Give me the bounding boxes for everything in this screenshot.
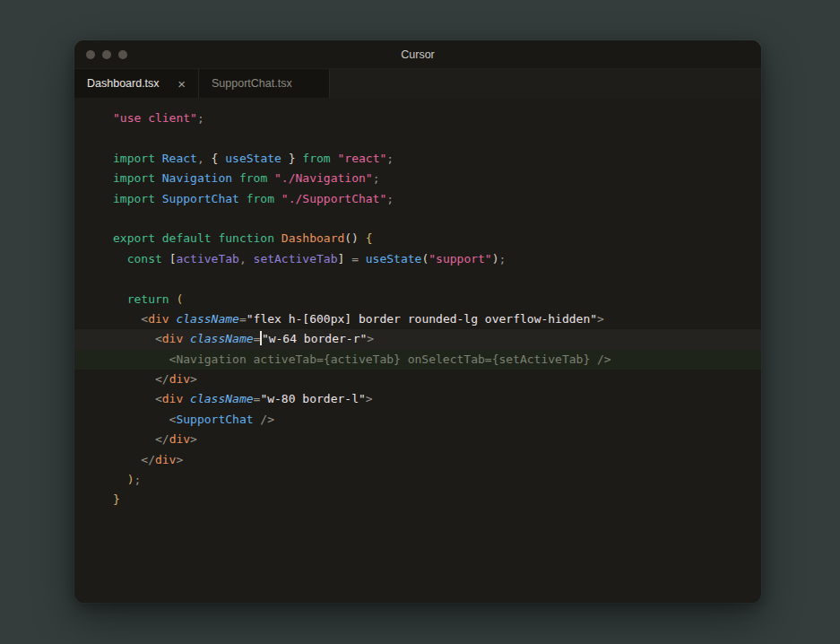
code-token-var: activeTab (176, 252, 238, 265)
code-line[interactable]: ); (74, 470, 761, 490)
code-token-jstr: "flex h-[600px] border rounded-lg overfl… (247, 312, 597, 326)
code-token-punc: </ (113, 432, 169, 446)
code-token-punc (183, 392, 190, 405)
close-tab-icon[interactable]: × (178, 77, 186, 91)
code-token-kw: import (113, 192, 162, 205)
code-token-punc: = (254, 332, 261, 345)
code-token-punc: </ (113, 453, 155, 466)
code-token-punc: < (113, 332, 162, 345)
app-window: Cursor Dashboard.tsx × SupportChat.tsx "… (74, 40, 761, 603)
code-token-punc: </ (113, 372, 169, 386)
code-token-punc: ; (499, 252, 507, 265)
code-token-punc: , (239, 252, 254, 265)
code-token-punc: < (113, 312, 148, 326)
code-line[interactable]: } (74, 490, 761, 509)
code-token-tag: div (155, 453, 176, 466)
code-token-kw: const (113, 252, 169, 265)
code-line[interactable]: </div> (74, 370, 761, 389)
code-line[interactable]: <div className="flex h-[600px] border ro… (74, 309, 761, 329)
code-token-jstr: "w-64 border-r" (262, 332, 367, 345)
code-token-tag: div (162, 332, 183, 345)
code-token-punc: > (176, 453, 183, 466)
code-token-tag: div (169, 432, 190, 446)
code-line[interactable] (74, 128, 761, 148)
code-token-jstr: "w-80 border-l" (260, 392, 365, 405)
code-token-id: SupportChat (162, 192, 239, 205)
code-token-kw: from (302, 152, 337, 165)
minimize-button[interactable] (102, 50, 111, 59)
code-line[interactable]: "use client"; (74, 109, 761, 128)
code-token-kw: from (239, 192, 281, 205)
code-token-attr: className (190, 332, 253, 345)
code-line[interactable]: <SupportChat /> (74, 410, 761, 430)
code-token-wht: ) (492, 252, 499, 265)
code-token-punc: > (367, 332, 374, 345)
code-token-wht: } (281, 152, 302, 165)
code-token-punc: ; (386, 152, 394, 165)
code-token-str: "support" (429, 252, 491, 265)
code-token-punc: ; (134, 473, 141, 486)
code-token-wht: { (212, 152, 226, 165)
code-line[interactable]: <div className="w-80 border-l"> (74, 389, 761, 409)
tab-dashboard-label: Dashboard.tsx (87, 77, 160, 90)
code-token-id: Navigation (162, 171, 232, 185)
tab-supportchat[interactable]: SupportChat.tsx (199, 69, 330, 98)
code-token-punc: , (197, 152, 212, 165)
code-token-attr: className (190, 392, 253, 405)
code-line[interactable] (74, 269, 761, 289)
tab-dashboard[interactable]: Dashboard.tsx × (74, 69, 199, 98)
code-token-var: setActiveTab (254, 252, 338, 265)
code-token-punc: = (344, 252, 365, 265)
code-token-punc: ; (386, 192, 394, 205)
code-lines: "use client";import React, { useState } … (74, 109, 761, 510)
window-title: Cursor (74, 48, 761, 61)
code-token-punc: < (113, 392, 162, 405)
code-token-punc: > (190, 432, 197, 446)
code-token-ghost: <Navigation activeTab={activeTab} onSele… (113, 352, 611, 366)
code-token-punc: > (190, 372, 197, 386)
code-token-fn: Dashboard (281, 231, 344, 245)
code-token-id: useState (366, 252, 422, 265)
code-token-punc: /> (254, 413, 274, 426)
close-button[interactable] (86, 50, 95, 59)
tab-bar: Dashboard.tsx × SupportChat.tsx (74, 69, 761, 98)
code-token-id: React (162, 152, 197, 165)
code-token-punc (113, 473, 127, 486)
code-token-punc: < (113, 413, 176, 426)
code-token-tag: div (169, 372, 190, 386)
code-token-str: "./Navigation" (274, 171, 373, 185)
code-editor[interactable]: "use client";import React, { useState } … (74, 98, 761, 603)
code-token-brk: { (359, 231, 373, 245)
code-token-tag: div (148, 312, 169, 326)
code-line[interactable] (74, 209, 761, 229)
code-line[interactable]: const [activeTab, setActiveTab] = useSta… (74, 249, 761, 269)
code-token-punc (183, 332, 190, 345)
code-line[interactable]: import React, { useState } from "react"; (74, 149, 761, 169)
code-token-str: "./SupportChat" (281, 192, 386, 205)
code-token-kw: export default function (113, 231, 281, 245)
code-token-punc: = (239, 312, 247, 326)
code-line[interactable]: import Navigation from "./Navigation"; (74, 169, 761, 188)
code-token-str: "react" (338, 152, 387, 165)
code-token-punc: ; (373, 171, 380, 185)
title-bar: Cursor (74, 40, 761, 69)
maximize-button[interactable] (118, 50, 127, 59)
code-line[interactable]: </div> (74, 450, 761, 470)
code-line[interactable]: export default function Dashboard() { (74, 229, 761, 248)
desktop: { "window": { "title": "Cursor" }, "traf… (0, 0, 840, 644)
traffic-lights (86, 50, 127, 59)
code-line[interactable]: import SupportChat from "./SupportChat"; (74, 189, 761, 209)
code-token-punc: ; (197, 111, 204, 125)
code-token-brk: } (113, 492, 120, 506)
code-token-kw: import (113, 171, 162, 185)
code-token-kw: import (113, 152, 162, 165)
code-line[interactable]: return ( (74, 290, 761, 309)
tab-supportchat-label: SupportChat.tsx (212, 77, 292, 90)
code-line[interactable]: </div> (74, 430, 761, 449)
code-token-punc: > (366, 392, 373, 405)
code-line[interactable]: <div className="w-64 border-r"> (74, 329, 761, 349)
code-token-comp: SupportChat (176, 413, 253, 426)
code-line[interactable]: <Navigation activeTab={activeTab} onSele… (74, 350, 761, 370)
code-token-tag: div (162, 392, 183, 405)
code-token-wht: () (344, 231, 359, 245)
